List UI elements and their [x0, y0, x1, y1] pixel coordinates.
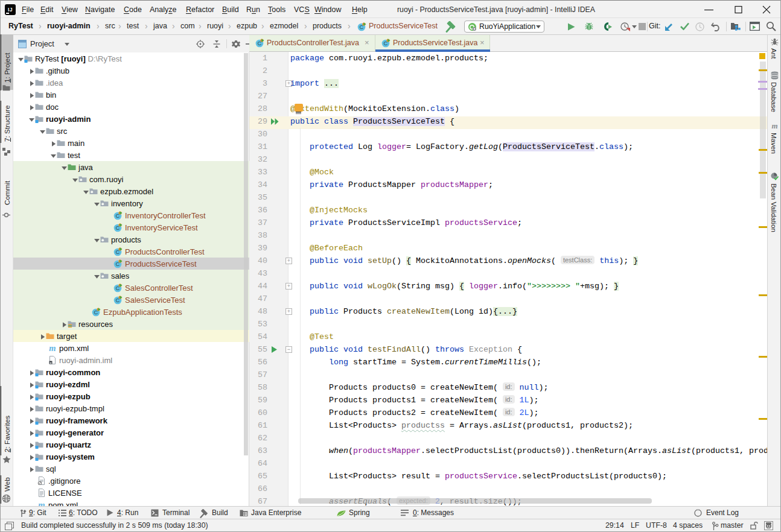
svg-text:m: m — [38, 501, 45, 506]
svg-text:m: m — [49, 344, 56, 352]
svg-text:m: m — [771, 121, 777, 130]
